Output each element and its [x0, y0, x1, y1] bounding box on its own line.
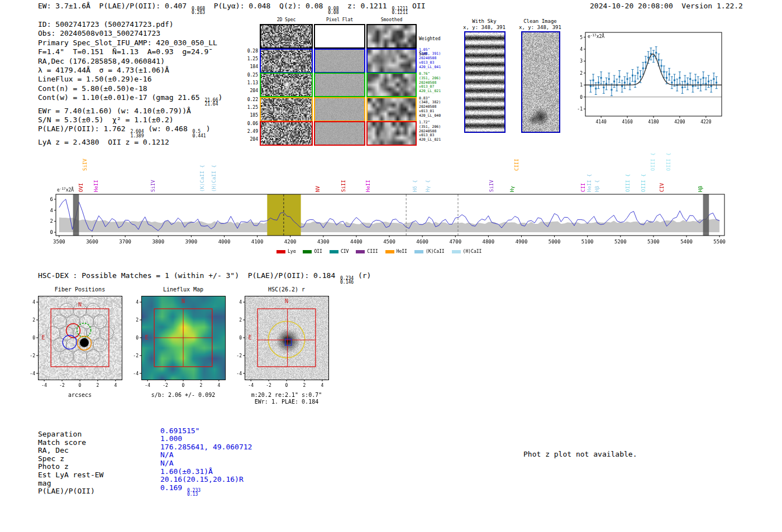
cutout-col-header-smoothed: Smoothed: [366, 17, 417, 22]
legend-label: Lyα: [288, 249, 295, 254]
cutout-annotation: 420_LL_021: [419, 89, 441, 93]
lineflux-map-title: Lineflux Map: [141, 286, 225, 293]
cutout-left-value: 204: [245, 88, 258, 93]
cutout-left-value: 2.49: [245, 129, 258, 134]
cutout-annotation: (351, 206): [419, 76, 441, 80]
with-sky-image: [464, 31, 506, 133]
cutout-col-header-2dspec: 2D Spec: [260, 17, 313, 22]
weighted-sum-line1: Weighted: [419, 36, 441, 41]
cutout-pixelflat-row4: [314, 121, 365, 146]
header-timestamp: 2024-10-20 20:08:00 Version 1.22.2: [590, 2, 743, 11]
cutout-left-value: 1.13: [245, 80, 258, 85]
report-page: EW: 3.7±1.6Å P(LAE)/P(OII): 0.407 0.8680…: [0, 0, 782, 532]
legend-swatch: [303, 250, 312, 253]
stacked-fraction: 0.8680.263: [192, 7, 205, 15]
cutout-left-value: 204: [245, 137, 258, 142]
stacked-bottom: 0.1211: [392, 11, 408, 15]
line-fit-chart: [571, 28, 727, 133]
cutout-smoothed-row0: [366, 24, 417, 49]
cutout-annotation: 420_LL_021: [419, 138, 441, 142]
cutout-2dspec-row0: [260, 24, 313, 49]
legend-item: (H)CaII: [452, 249, 482, 254]
cutout-left-value: 184: [245, 64, 258, 69]
legend-label: CIII: [367, 249, 378, 254]
cutout-annotation: v013_01: [419, 109, 434, 113]
hsc-caption-1: m:20.2 re:2.1" s:0.7": [245, 392, 328, 398]
full-spectrum-chart: [44, 146, 736, 261]
stacked-fraction: 0.2340.146: [340, 276, 354, 284]
legend-swatch: [414, 250, 423, 253]
fiber-positions-panel: [19, 293, 131, 399]
stacked-bottom: 21.64: [204, 102, 218, 106]
cutout-left-value: 0.06: [245, 121, 258, 126]
info-line-8: Cont(w) = 1.10(±0.01)e-17 (gmag 21.65 21…: [38, 93, 222, 106]
fiber-xlabel: arcsecs: [38, 392, 122, 398]
hsc-image-title: HSC(26.2) r: [245, 286, 328, 293]
cutout-left-value: 1.25: [245, 105, 258, 110]
cutout-2dspec-row3: [260, 97, 313, 122]
cutout-left-value: 0.25: [245, 73, 258, 78]
stacked-bottom: 0.13: [187, 492, 201, 496]
clean-image: [521, 31, 560, 133]
stacked-fraction: 0.50.441: [193, 130, 206, 137]
cutout-smoothed-row2: [366, 73, 417, 97]
match-row-label: P(LAE)/P(OII): [38, 487, 95, 496]
legend-item: CIII: [356, 249, 378, 254]
spectrum-legend: LyαOIICIVCIIIHeII(K)CaII(H)CaII: [276, 249, 489, 254]
info-block: ID: 5002741723 (5002741723.pdf)Obs: 2024…: [38, 20, 222, 147]
cutout-col-header-pixelflat: Pixel Flat: [314, 17, 365, 22]
legend-item: Lyα: [276, 249, 295, 254]
cutout-left-value: 1.25: [245, 56, 258, 61]
stacked-bottom: 1.389: [130, 134, 144, 138]
clean-image-title: Clean Image: [518, 18, 562, 24]
legend-label: HeII: [397, 249, 407, 254]
legend-label: OII: [314, 249, 322, 254]
stacked-bottom: 0.263: [192, 11, 205, 15]
stacked-fraction: 0.12110.1211: [392, 7, 408, 15]
legend-item: OII: [303, 249, 322, 254]
info-line-0: ID: 5002741723 (5002741723.pdf): [38, 20, 222, 29]
info-line-4: RA,Dec (176.285858,49.060841): [38, 57, 222, 66]
hsc-dex-header: HSC-DEX : Possible Matches = 1 (within +…: [38, 271, 371, 284]
legend-item: HeII: [385, 249, 407, 254]
stacked-fraction: 0.080.08: [328, 7, 338, 15]
cutout-2dspec-row1: [260, 49, 313, 73]
with-sky-coords: x, y: 348, 391: [462, 25, 506, 30]
cutout-left-value: 0.22: [245, 97, 258, 102]
info-line-1: Obs: 20240508v013_5002741723: [38, 29, 222, 38]
cutout-left-value: 0.28: [245, 49, 258, 54]
header-summary: EW: 3.7±1.6Å P(LAE)/P(OII): 0.407 0.8680…: [38, 2, 426, 15]
cutout-smoothed-row3: [366, 97, 417, 122]
stacked-bottom: 0.08: [328, 11, 338, 15]
info-line-12: LyA z = 2.4380 OII z = 0.1212: [38, 138, 222, 147]
legend-label: CIV: [341, 249, 349, 254]
legend-swatch: [330, 250, 338, 253]
match-table: Separation0.691515"Match score1.000RA, D…: [38, 430, 317, 508]
cutout-left-value: 185: [245, 113, 258, 118]
legend-swatch: [385, 250, 394, 253]
cutout-annotation: v013_03: [419, 61, 434, 65]
cutout-pixelflat-row3: [314, 97, 365, 122]
stacked-bottom: 0.441: [193, 134, 206, 138]
info-line-2: Primary Spec_Slot_IFU_AMP: 420_030_050_L…: [38, 39, 222, 47]
lineflux-map-panel: [122, 293, 234, 399]
cutout-2dspec-row4: [260, 121, 313, 146]
lineflux-caption: s/b: 2.06 +/- 0.092: [141, 392, 225, 398]
info-line-5: λ = 4179.44Å σ = 4.73(±1.06)Å: [38, 66, 222, 75]
cutout-annotation: 420_LL_041: [419, 65, 441, 69]
cutout-2dspec-row2: [260, 73, 313, 97]
hsc-caption-2: EWr: 1. PLAE: 0.184: [245, 399, 328, 405]
legend-swatch: [452, 250, 461, 253]
match-row-value: 0.169 0.2330.13: [160, 483, 201, 496]
stacked-fraction: 2.6041.389: [130, 130, 144, 137]
fiber-positions-title: Fiber Positions: [38, 286, 122, 293]
info-line-9: EWr = 7.40(±1.60) (w: 4.10(±0.79))Å: [38, 107, 222, 116]
cutout-annotation: (351, 206): [419, 125, 441, 129]
cutout-smoothed-row1: [366, 49, 417, 73]
cutout-smoothed-row4: [366, 121, 417, 146]
legend-swatch: [356, 250, 365, 253]
match-row-value: 176.285641, 49.060712: [160, 443, 252, 452]
cutout-pixelflat-row1: [314, 49, 365, 73]
legend-label: (H)CaII: [463, 249, 482, 254]
info-line-6: LineFlux = 1.50(±0.29)e-16: [38, 75, 222, 84]
